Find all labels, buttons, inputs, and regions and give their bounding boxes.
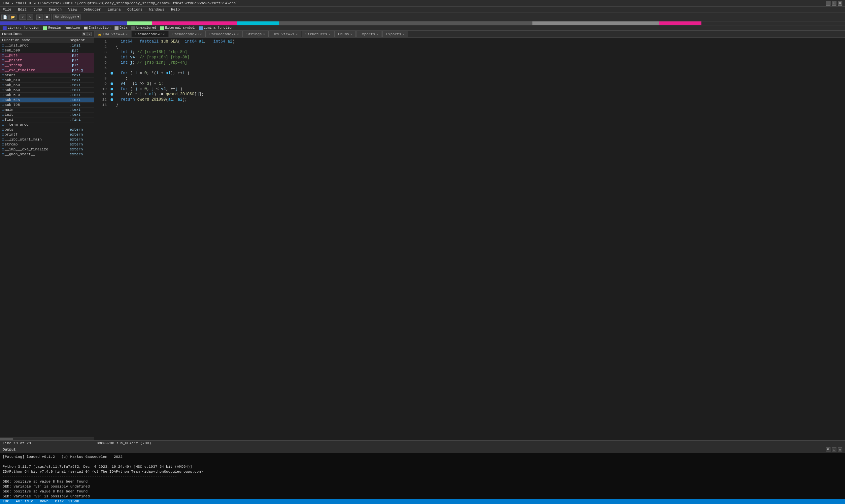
tabs-container: 🔒IDA View-A✕Pseudocode-C✕Pseudocode-B✕Ps… [94,31,409,37]
toolbar-stop[interactable]: ⏹ [43,15,50,20]
menu-item-jump[interactable]: Jump [32,7,43,12]
toolbar-sep-2 [35,14,35,20]
func-row[interactable]: ⊡__init_proc.init [0,43,94,48]
toolbar-open[interactable]: 📂 [9,15,17,20]
tab-enums[interactable]: Enums✕ [334,31,356,37]
func-row[interactable]: ⊡start.text [0,73,94,78]
func-segment-cell: extern [68,147,94,152]
tab-structures[interactable]: Structures✕ [302,31,334,37]
menu-item-help[interactable]: Help [170,7,181,12]
func-row[interactable]: ⊡sub_6E0.text [0,93,94,97]
toolbar-run[interactable]: ▶ [36,15,43,20]
tab-close-button[interactable]: ✕ [403,32,405,36]
menu-item-debugger[interactable]: Debugger [82,7,102,12]
func-row[interactable]: ⊡fini.fini [0,118,94,122]
tab-label: Structures [305,32,327,36]
output-detach-button[interactable]: ⧉ [826,447,830,452]
menu-item-view[interactable]: View [67,7,78,12]
tab-close-button[interactable]: ✕ [376,32,378,36]
maximize-button[interactable]: □ [832,1,837,6]
tab-close-button[interactable]: ✕ [163,32,165,36]
tab-close-button[interactable]: ✕ [296,32,298,36]
func-row[interactable]: ⊡__cxa_finalize.plt.g [0,68,94,73]
panel-detach-button[interactable]: ⧉ [82,32,87,36]
code-content: return qword_201090(a1, a2); [116,97,842,102]
tab-close-button[interactable]: ✕ [350,32,352,36]
toolbar-undo[interactable]: ↶ [19,15,26,20]
func-name-label: init [5,113,13,117]
func-row[interactable]: ⊡__term_proc [0,122,94,127]
func-row[interactable]: ⊡sub_650.text [0,83,94,88]
menu-item-options[interactable]: Options [126,7,144,12]
tab-strings[interactable]: Strings✕ [243,31,269,37]
func-row[interactable]: ⊡sub_590.plt [0,48,94,53]
menu-item-search[interactable]: Search [47,7,63,12]
func-segment-cell: .plt [68,58,94,63]
func-row[interactable]: ⊡sub_795.text [0,103,94,108]
breakpoint-dot[interactable] [110,72,113,74]
func-row[interactable]: ⊡__libc_start_mainextern [0,137,94,142]
code-line: 2{ [94,44,845,50]
func-row[interactable]: ⊡__gmon_start__extern [0,152,94,157]
tab-imports[interactable]: Imports✕ [356,31,382,37]
close-button[interactable]: ✕ [838,1,842,6]
col-segment: Segment [68,38,94,43]
output-close-button[interactable]: ✕ [838,447,842,452]
func-row[interactable]: ⊡strcmpextern [0,142,94,147]
tab-pseudocode-c[interactable]: Pseudocode-C✕ [132,31,168,37]
functions-table[interactable]: Function name Segment ⊡__init_proc.init⊡… [0,38,94,437]
func-row[interactable]: ⊡__strcmp.plt [0,63,94,68]
line-number: 5 [97,60,107,65]
output-maximize-button[interactable]: □ [832,447,837,452]
tab-close-button[interactable]: ✕ [237,32,239,36]
functions-scrollbar[interactable] [0,437,94,440]
functions-scrollbar-thumb[interactable] [0,438,13,440]
func-row[interactable]: ⊡printfextern [0,132,94,137]
main-area: Functions ⧉ ✕ Function name Segment ⊡__i… [0,31,845,446]
tab-label: Imports [360,32,375,36]
func-icon: ⊡ [2,103,4,107]
tab-close-button[interactable]: ✕ [126,32,128,36]
tab-label: Pseudocode-A [210,32,236,36]
tab-close-button[interactable]: ✕ [200,32,202,36]
func-segment-cell: extern [68,152,94,157]
func-row[interactable]: ⊡sub_6EA.text [0,97,94,103]
legend-lumina-label: Lumina function [204,26,233,30]
tab-exports[interactable]: Exports✕ [382,31,408,37]
debugger-dropdown[interactable]: No debugger ▼ [53,15,81,19]
tab-ida-view-a[interactable]: 🔒IDA View-A✕ [94,31,131,37]
func-name-cell: ⊡sub_610 [0,78,68,83]
breakpoint-dot[interactable] [110,83,113,85]
tab-pseudocode-a[interactable]: Pseudocode-A✕ [206,31,243,37]
breakpoint-dot[interactable] [110,88,113,90]
tab-hex-view-1[interactable]: Hex View-1✕ [269,31,301,37]
menu-item-lumina[interactable]: Lumina [106,7,122,12]
toolbar-sep-1 [18,14,18,20]
tab-close-button[interactable]: ✕ [329,32,330,36]
func-row[interactable]: ⊡main.text [0,108,94,112]
func-name-label: printf [5,132,18,137]
code-line: 6 [94,65,845,71]
bottom-status: IDC AU: idle Down Disk: 315GB [0,499,845,504]
func-row[interactable]: ⊡__printf.plt [0,58,94,63]
legend-lumina: Lumina function [199,26,233,30]
func-row[interactable]: ⊡sub_6A0.text [0,88,94,93]
nav-seg-data [532,21,659,25]
toolbar-redo[interactable]: ↷ [27,15,33,20]
func-row[interactable]: ⊡putsextern [0,127,94,132]
func-row[interactable]: ⊡__puts.plt [0,53,94,58]
toolbar-new[interactable]: 📄 [1,15,8,20]
func-row[interactable]: ⊡__imp___cxa_finalizeextern [0,147,94,152]
tab-close-button[interactable]: ✕ [263,32,265,36]
minimize-button[interactable]: ─ [826,1,830,6]
menu-item-file[interactable]: File [1,7,13,12]
breakpoint-dot[interactable] [110,98,113,101]
tab-pseudocode-b[interactable]: Pseudocode-B✕ [169,31,205,37]
code-view[interactable]: 1__int64 __fastcall sub_6EA(__int64 a1, … [94,38,845,440]
menu-item-windows[interactable]: Windows [148,7,166,12]
panel-close-button[interactable]: ✕ [87,32,92,36]
breakpoint-dot[interactable] [110,93,113,96]
menu-item-edit[interactable]: Edit [17,7,28,12]
func-row[interactable]: ⊡sub_610.text [0,78,94,83]
func-row[interactable]: ⊡init.text [0,112,94,118]
